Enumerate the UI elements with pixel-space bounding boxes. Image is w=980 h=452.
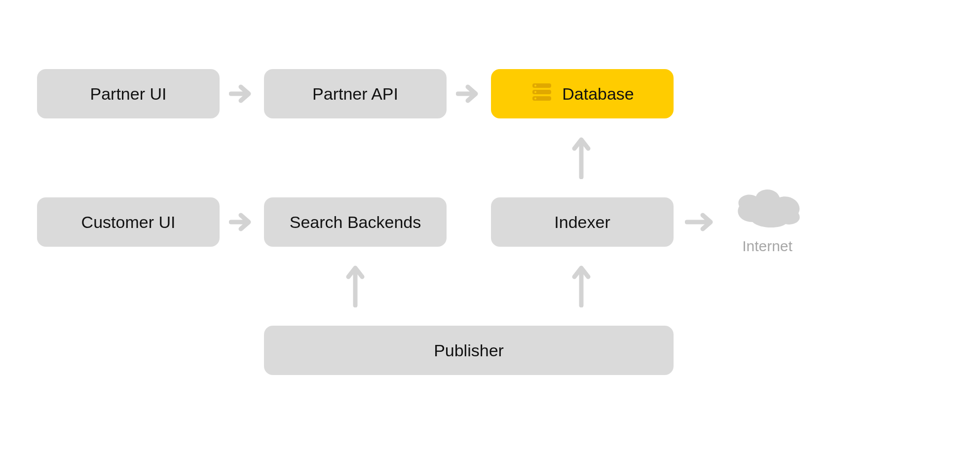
node-publisher: Publisher	[264, 326, 674, 375]
arrow-up-icon	[570, 129, 592, 184]
node-label: Indexer	[554, 213, 610, 232]
node-label: Partner API	[312, 84, 398, 104]
node-partner-ui: Partner UI	[37, 69, 220, 118]
node-database: Database	[491, 69, 674, 118]
arrow-right-icon	[225, 83, 259, 105]
svg-point-4	[534, 91, 536, 93]
svg-point-3	[534, 85, 536, 87]
node-label: Partner UI	[90, 84, 167, 104]
cloud-icon	[730, 225, 804, 233]
database-icon	[530, 80, 553, 107]
internet-node: Internet	[728, 183, 807, 255]
arrow-right-icon	[452, 83, 486, 105]
arrow-up-icon	[344, 258, 366, 312]
node-customer-ui: Customer UI	[37, 197, 220, 247]
internet-label: Internet	[728, 238, 807, 255]
node-label: Customer UI	[81, 213, 176, 232]
arrow-right-icon	[681, 211, 720, 233]
node-label: Publisher	[434, 341, 504, 360]
arrow-right-icon	[225, 211, 259, 233]
arrow-up-icon	[570, 258, 592, 312]
node-search-backends: Search Backends	[264, 197, 447, 247]
node-partner-api: Partner API	[264, 69, 447, 118]
node-indexer: Indexer	[491, 197, 674, 247]
node-label: Search Backends	[290, 213, 421, 232]
node-label: Database	[562, 84, 634, 104]
svg-point-5	[534, 98, 536, 100]
